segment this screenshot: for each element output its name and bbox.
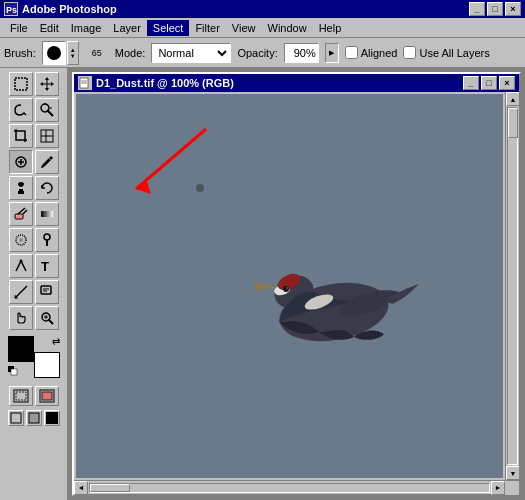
- close-button[interactable]: ×: [505, 2, 521, 16]
- canvas-area[interactable]: [76, 94, 503, 478]
- brush-preview[interactable]: [42, 41, 66, 65]
- eraser-tool[interactable]: [9, 202, 33, 226]
- menu-item-window[interactable]: Window: [262, 20, 313, 36]
- tool-row-4: [4, 150, 63, 174]
- scroll-track-h[interactable]: [89, 483, 490, 493]
- stamp-tool[interactable]: [9, 176, 33, 200]
- menu-item-image[interactable]: Image: [65, 20, 108, 36]
- doc-maximize-button[interactable]: □: [481, 76, 497, 90]
- menu-item-edit[interactable]: Edit: [34, 20, 65, 36]
- swap-colors-icon[interactable]: ⇄: [52, 336, 60, 347]
- dust-spot: [196, 184, 204, 192]
- zoom-tool[interactable]: [35, 306, 59, 330]
- svg-rect-41: [46, 412, 58, 424]
- doc-content: ▲ ▼: [74, 92, 519, 480]
- brush-tool[interactable]: [35, 150, 59, 174]
- menu-item-filter[interactable]: Filter: [189, 20, 225, 36]
- move-tool[interactable]: [35, 72, 59, 96]
- scroll-down-button[interactable]: ▼: [506, 466, 519, 480]
- tool-row-2: [4, 98, 63, 122]
- app-icon: Ps: [4, 2, 18, 16]
- menu-bar: FileEditImageLayerSelectFilterViewWindow…: [0, 18, 525, 38]
- svg-point-21: [19, 260, 22, 263]
- main-area: T ⇄: [0, 68, 525, 500]
- bird-image: [224, 222, 444, 382]
- mode-select[interactable]: Normal Dissolve Multiply Screen: [151, 43, 231, 63]
- tool-row-5: [4, 176, 63, 200]
- svg-rect-26: [41, 286, 51, 294]
- healing-brush-tool[interactable]: [9, 150, 33, 174]
- marquee-tool[interactable]: [9, 72, 33, 96]
- toolbox: T ⇄: [0, 68, 68, 500]
- annotation-tool[interactable]: [35, 280, 59, 304]
- opacity-label: Opacity:: [237, 47, 277, 59]
- aligned-label: Aligned: [361, 47, 398, 59]
- brush-size-arrows[interactable]: ▲ ▼: [67, 41, 79, 65]
- maximize-button[interactable]: □: [487, 2, 503, 16]
- lasso-tool[interactable]: [9, 98, 33, 122]
- tool-row-10: [4, 306, 63, 330]
- foreground-color-swatch[interactable]: [8, 336, 34, 362]
- svg-text:T: T: [41, 259, 49, 274]
- scroll-track-v[interactable]: [507, 107, 518, 465]
- magic-wand-tool[interactable]: [35, 98, 59, 122]
- background-color-swatch[interactable]: [34, 352, 60, 378]
- text-tool[interactable]: T: [35, 254, 59, 278]
- gradient-tool[interactable]: [35, 202, 59, 226]
- svg-rect-40: [29, 413, 39, 423]
- standard-mode-button[interactable]: [9, 386, 33, 406]
- default-colors-icon[interactable]: [8, 366, 18, 378]
- crop-tool[interactable]: [9, 124, 33, 148]
- options-bar: Brush: ▲ ▼ 65 Mode: Normal Dissolve Mult…: [0, 38, 525, 68]
- title-bar-buttons: _ □ ×: [469, 2, 521, 16]
- history-brush-tool[interactable]: [35, 176, 59, 200]
- svg-point-53: [283, 286, 289, 292]
- doc-area: D1_Dust.tif @ 100% (RGB) _ □ ×: [68, 68, 525, 500]
- horizontal-scrollbar[interactable]: ◄ ►: [74, 480, 519, 494]
- doc-close-button[interactable]: ×: [499, 76, 515, 90]
- minimize-button[interactable]: _: [469, 2, 485, 16]
- tool-row-8: T: [4, 254, 63, 278]
- doc-title: D1_Dust.tif @ 100% (RGB): [96, 77, 459, 89]
- doc-window-buttons: _ □ ×: [463, 76, 515, 90]
- svg-marker-47: [136, 179, 151, 194]
- pen-tool[interactable]: [9, 254, 33, 278]
- tool-row-3: [4, 124, 63, 148]
- hand-tool[interactable]: [9, 306, 33, 330]
- svg-rect-36: [16, 392, 26, 400]
- menu-item-select[interactable]: Select: [147, 20, 190, 36]
- opacity-arrow[interactable]: ▶: [325, 43, 339, 63]
- measure-tool[interactable]: [9, 280, 33, 304]
- opacity-input[interactable]: [284, 43, 319, 63]
- doc-titlebar: D1_Dust.tif @ 100% (RGB) _ □ ×: [74, 74, 519, 92]
- aligned-checkbox[interactable]: [345, 46, 358, 59]
- use-all-layers-checkbox[interactable]: [403, 46, 416, 59]
- vertical-scrollbar[interactable]: ▲ ▼: [505, 92, 519, 480]
- brush-circle-icon: [47, 46, 61, 60]
- slice-tool[interactable]: [35, 124, 59, 148]
- brush-size-display: 65: [85, 48, 109, 58]
- scroll-right-button[interactable]: ►: [491, 481, 505, 495]
- scroll-thumb-h[interactable]: [90, 484, 130, 492]
- standard-screen-button[interactable]: [8, 410, 24, 426]
- blur-tool[interactable]: [9, 228, 33, 252]
- svg-rect-15: [15, 214, 23, 219]
- scroll-thumb-v[interactable]: [508, 108, 518, 138]
- svg-line-23: [15, 286, 27, 298]
- menu-item-view[interactable]: View: [226, 20, 262, 36]
- menu-item-help[interactable]: Help: [313, 20, 348, 36]
- menu-item-file[interactable]: File: [4, 20, 34, 36]
- full-screen-menu-button[interactable]: [26, 410, 42, 426]
- quick-mask-buttons: [4, 386, 63, 406]
- doc-minimize-button[interactable]: _: [463, 76, 479, 90]
- quick-mask-mode-button[interactable]: [35, 386, 59, 406]
- svg-rect-14: [18, 191, 24, 194]
- aligned-checkbox-group: Aligned: [345, 46, 398, 59]
- doc-window-icon: [78, 76, 92, 90]
- dodge-tool[interactable]: [35, 228, 59, 252]
- menu-item-layer[interactable]: Layer: [107, 20, 147, 36]
- scroll-left-button[interactable]: ◄: [74, 481, 88, 495]
- full-screen-button[interactable]: [44, 410, 60, 426]
- scroll-up-button[interactable]: ▲: [506, 92, 519, 106]
- tool-row-9: [4, 280, 63, 304]
